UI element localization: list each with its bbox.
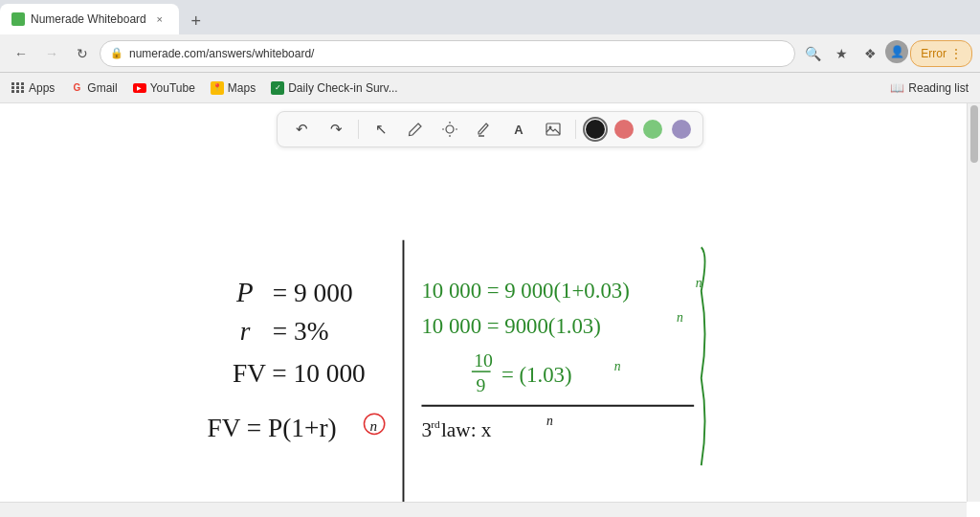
tools-button[interactable] <box>437 117 462 142</box>
error-button[interactable]: Error ⋮ <box>910 40 972 67</box>
svg-text:FV = 10 000: FV = 10 000 <box>233 359 366 388</box>
bookmark-add-button[interactable]: ❖ <box>857 40 883 67</box>
error-menu-icon: ⋮ <box>950 47 962 60</box>
profile-icon[interactable]: 👤 <box>885 40 908 63</box>
svg-rect-1 <box>546 124 560 135</box>
bookmark-youtube[interactable]: ▶ YouTube <box>133 81 195 95</box>
toolbar-divider-2 <box>575 120 576 139</box>
bookmark-apps[interactable]: Apps <box>11 81 55 95</box>
bookmark-star-button[interactable]: ★ <box>828 40 855 67</box>
gmail-icon: G <box>70 81 83 95</box>
bookmark-youtube-label: YouTube <box>150 81 195 95</box>
marker-button[interactable] <box>472 117 497 142</box>
horizontal-scrollbar[interactable] <box>0 502 967 517</box>
nav-bar: ← → ↻ 🔒 numerade.com/answers/whiteboard/… <box>0 34 980 73</box>
pen-tool-button[interactable] <box>403 117 428 142</box>
forward-button[interactable]: → <box>38 40 65 67</box>
active-tab[interactable]: Numerade Whiteboard × <box>0 4 179 34</box>
svg-text:9: 9 <box>476 374 485 395</box>
tab-close-button[interactable]: × <box>152 11 167 27</box>
bookmark-checkin[interactable]: ✓ Daily Check-in Surv... <box>271 81 397 95</box>
svg-text:FV = P(1+r): FV = P(1+r) <box>208 414 337 442</box>
svg-text:3: 3 <box>421 418 432 441</box>
whiteboard-canvas[interactable]: P = 9 000 r = 3% FV = 10 000 FV = P(1+r)… <box>0 146 967 502</box>
address-text: numerade.com/answers/whiteboard/ <box>129 47 785 60</box>
error-label: Error <box>921 47 947 60</box>
svg-text:10 000 = 9 000(1+0.03): 10 000 = 9 000(1+0.03) <box>421 279 629 303</box>
reading-list-button[interactable]: 📖 Reading list <box>890 81 969 95</box>
redo-button[interactable]: ↷ <box>323 117 348 142</box>
svg-text:= 9 000: = 9 000 <box>273 279 353 307</box>
undo-button[interactable]: ↶ <box>289 117 314 142</box>
svg-text:rd: rd <box>431 418 440 430</box>
image-tool-button[interactable] <box>541 117 566 142</box>
text-tool-button[interactable]: A <box>506 117 531 142</box>
svg-text:P: P <box>235 277 254 307</box>
svg-text:n: n <box>546 414 553 428</box>
tab-title: Numerade Whiteboard <box>31 12 146 26</box>
address-bar[interactable]: 🔒 numerade.com/answers/whiteboard/ <box>100 40 795 67</box>
svg-text:= (1.03): = (1.03) <box>501 363 572 387</box>
svg-text:= 3%: = 3% <box>273 317 329 346</box>
checkin-icon: ✓ <box>271 81 284 95</box>
reading-list-label: Reading list <box>908 81 969 95</box>
bookmark-checkin-label: Daily Check-in Surv... <box>288 81 397 95</box>
svg-text:n: n <box>614 359 621 373</box>
reload-button[interactable]: ↻ <box>69 40 96 67</box>
bookmark-gmail-label: Gmail <box>87 81 117 95</box>
reading-list-icon: 📖 <box>890 81 904 95</box>
toolbar-divider-1 <box>358 120 359 139</box>
bookmarks-bar: Apps G Gmail ▶ YouTube 📍 Maps ✓ <box>0 73 980 103</box>
color-black[interactable] <box>586 120 605 139</box>
drawing-toolbar: ↶ ↷ ↖ A <box>277 111 703 147</box>
new-tab-button[interactable]: + <box>183 8 210 34</box>
color-purple[interactable] <box>672 120 691 139</box>
svg-text:law:   x: law: x <box>441 418 492 441</box>
tab-bar: Numerade Whiteboard × + <box>0 0 980 34</box>
back-button[interactable]: ← <box>8 40 34 67</box>
svg-text:n: n <box>677 310 683 325</box>
vertical-scrollbar[interactable] <box>967 103 980 502</box>
lock-icon: 🔒 <box>110 47 123 59</box>
content-area: ↶ ↷ ↖ A <box>0 103 980 517</box>
bookmark-maps[interactable]: 📍 Maps <box>211 81 256 95</box>
svg-text:n: n <box>370 417 378 434</box>
youtube-icon: ▶ <box>133 83 146 93</box>
bookmark-maps-label: Maps <box>228 81 256 95</box>
bookmark-gmail[interactable]: G Gmail <box>70 81 117 95</box>
color-red[interactable] <box>614 120 634 139</box>
svg-text:10 000 = 9000(1.03): 10 000 = 9000(1.03) <box>421 314 600 338</box>
bookmark-apps-label: Apps <box>29 81 55 95</box>
search-button[interactable]: 🔍 <box>799 40 826 67</box>
svg-text:r: r <box>240 317 251 346</box>
color-green[interactable] <box>643 120 662 139</box>
maps-icon: 📍 <box>211 81 224 95</box>
tab-favicon <box>11 12 25 26</box>
svg-text:n: n <box>696 276 702 290</box>
apps-grid-icon <box>11 82 25 93</box>
scrollbar-thumb[interactable] <box>970 105 978 163</box>
svg-text:10: 10 <box>474 349 493 371</box>
browser-window: Numerade Whiteboard × + ← → ↻ 🔒 numerade… <box>0 0 980 517</box>
select-tool-button[interactable]: ↖ <box>368 117 393 142</box>
nav-actions: 🔍 ★ ❖ 👤 Error ⋮ <box>799 40 972 67</box>
